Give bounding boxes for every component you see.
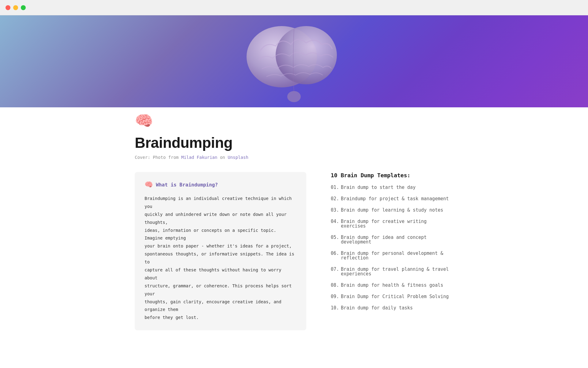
template-num: 01. bbox=[331, 185, 339, 190]
template-num: 10. bbox=[331, 306, 339, 310]
template-num: 03. bbox=[331, 208, 339, 213]
info-box-title: What is Braindumping? bbox=[156, 182, 218, 188]
template-item[interactable]: 04.Brain dump for creative writing exerc… bbox=[331, 219, 453, 228]
template-num: 09. bbox=[331, 294, 339, 299]
maximize-button[interactable] bbox=[21, 5, 26, 10]
template-num: 02. bbox=[331, 197, 339, 201]
minimize-button[interactable] bbox=[13, 5, 18, 10]
template-label: Brain dump for travel planning & travel … bbox=[341, 267, 453, 276]
template-label: Braindump for project & task management bbox=[341, 197, 449, 201]
close-button[interactable] bbox=[6, 5, 10, 10]
template-num: 06. bbox=[331, 251, 339, 256]
template-label: Brain dump for health & fitness goals bbox=[341, 283, 443, 288]
cover-credit-author: Milad Fakurian bbox=[181, 155, 217, 160]
template-label: Brain dump for personal development & re… bbox=[341, 251, 453, 260]
page-title: Braindumping bbox=[135, 134, 453, 151]
info-box-header: 🧠 What is Braindumping? bbox=[145, 181, 296, 189]
cover-credit-source: Unsplash bbox=[228, 155, 248, 160]
template-item[interactable]: 09.Brain Dump for Critical Problem Solvi… bbox=[331, 294, 453, 299]
cover-credit-source-link[interactable]: Unsplash bbox=[228, 155, 248, 160]
page-icon: 🧠 bbox=[135, 113, 153, 128]
template-item[interactable]: 10.Brain dump for daily tasks bbox=[331, 306, 453, 310]
templates-list: 01.Brain dump to start the day02.Braindu… bbox=[331, 185, 453, 310]
info-box: 🧠 What is Braindumping? Braindumping is … bbox=[135, 172, 306, 330]
cover-credit: Cover: Photo from Milad Fakurian on Unsp… bbox=[135, 154, 453, 172]
brain-illustration bbox=[236, 18, 352, 104]
page-title-area: Braindumping bbox=[135, 131, 453, 154]
template-item[interactable]: 07.Brain dump for travel planning & trav… bbox=[331, 267, 453, 276]
info-box-body: Braindumping is an individual creative t… bbox=[145, 195, 296, 322]
window-chrome bbox=[0, 0, 588, 15]
template-label: Brain dump for creative writing exercise… bbox=[341, 219, 453, 228]
info-box-icon: 🧠 bbox=[145, 181, 153, 189]
template-label: Brain dump to start the day bbox=[341, 185, 416, 190]
template-item[interactable]: 08.Brain dump for health & fitness goals bbox=[331, 283, 453, 288]
template-item[interactable]: 05.Brain dump for idea and concept devel… bbox=[331, 235, 453, 244]
template-num: 07. bbox=[331, 267, 339, 272]
template-label: Brain dump for learning & study notes bbox=[341, 208, 443, 213]
cover-credit-prefix: Cover: Photo from bbox=[135, 155, 181, 160]
template-num: 05. bbox=[331, 235, 339, 240]
left-column: 🧠 What is Braindumping? Braindumping is … bbox=[135, 172, 306, 330]
right-column: 10 Brain Dump Templates: 01.Brain dump t… bbox=[331, 172, 453, 310]
two-column-layout: 🧠 What is Braindumping? Braindumping is … bbox=[135, 172, 453, 330]
template-label: Brain Dump for Critical Problem Solving bbox=[341, 294, 449, 299]
hero-banner bbox=[0, 15, 588, 107]
brain-svg bbox=[242, 20, 346, 103]
template-num: 08. bbox=[331, 283, 339, 288]
page-icon-area: 🧠 bbox=[135, 107, 453, 131]
cover-credit-author-link[interactable]: Milad Fakurian bbox=[181, 155, 217, 160]
template-item[interactable]: 06.Brain dump for personal development &… bbox=[331, 251, 453, 260]
template-item[interactable]: 01.Brain dump to start the day bbox=[331, 185, 453, 190]
template-item[interactable]: 02.Braindump for project & task manageme… bbox=[331, 197, 453, 201]
cover-credit-middle: on bbox=[217, 155, 228, 160]
template-label: Brain dump for idea and concept developm… bbox=[341, 235, 453, 244]
template-item[interactable]: 03.Brain dump for learning & study notes bbox=[331, 208, 453, 213]
page-content: 🧠 Braindumping Cover: Photo from Milad F… bbox=[110, 107, 478, 330]
templates-heading: 10 Brain Dump Templates: bbox=[331, 172, 453, 178]
template-num: 04. bbox=[331, 219, 339, 224]
template-label: Brain dump for daily tasks bbox=[341, 306, 413, 310]
